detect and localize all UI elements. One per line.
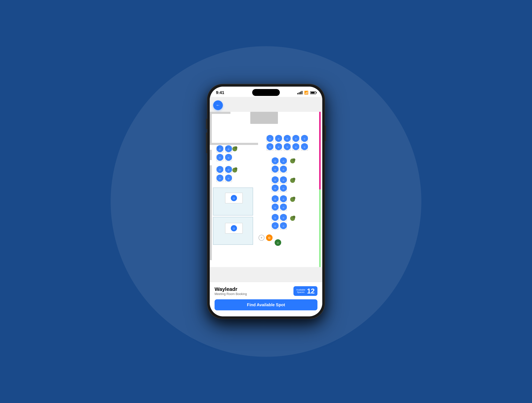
svg-text:☺: ☺ xyxy=(219,168,221,171)
svg-text:☺: ☺ xyxy=(277,241,279,244)
svg-text:☺: ☺ xyxy=(227,177,230,180)
phone-screen: 9:41 📶 ← xyxy=(210,87,322,316)
svg-text:☺: ☺ xyxy=(269,146,271,148)
battery-icon xyxy=(310,91,316,94)
floor-plan-map: ☺ ☺ O ☺ xyxy=(210,97,322,282)
svg-rect-6 xyxy=(210,112,230,114)
svg-text:☺: ☺ xyxy=(282,187,285,190)
svg-text:☺: ☺ xyxy=(282,168,285,171)
svg-text:☺: ☺ xyxy=(274,225,276,227)
svg-text:☺: ☺ xyxy=(227,168,230,171)
svg-rect-5 xyxy=(210,165,212,260)
svg-text:☺: ☺ xyxy=(219,156,221,159)
svg-text:☺: ☺ xyxy=(274,206,276,209)
svg-text:☺: ☺ xyxy=(282,160,285,162)
svg-text:☺: ☺ xyxy=(303,146,306,148)
app-info-row: Wayleadr Meeting Room Booking Available … xyxy=(215,286,317,296)
svg-point-54 xyxy=(234,167,237,170)
svg-text:☺: ☺ xyxy=(286,137,288,140)
svg-text:☺: ☺ xyxy=(274,198,276,200)
svg-point-39 xyxy=(234,146,237,149)
svg-text:☺: ☺ xyxy=(282,198,285,200)
spaces-label-line1: Available xyxy=(296,289,305,291)
svg-rect-7 xyxy=(210,143,258,145)
phone-frame: 9:41 📶 ← xyxy=(207,84,325,319)
phone-mockup: 9:41 📶 ← xyxy=(207,84,325,319)
svg-text:☺: ☺ xyxy=(274,187,276,190)
svg-rect-2 xyxy=(319,189,321,267)
svg-text:☺: ☺ xyxy=(274,216,276,219)
svg-text:☺: ☺ xyxy=(232,197,235,200)
svg-text:☺: ☺ xyxy=(274,160,276,162)
svg-text:☺: ☺ xyxy=(295,137,297,140)
svg-text:☺: ☺ xyxy=(274,168,276,171)
svg-text:☺: ☺ xyxy=(274,179,276,181)
svg-text:☺: ☺ xyxy=(282,216,285,219)
find-available-spot-button[interactable]: Find Available Spot xyxy=(215,299,317,310)
svg-text:☺: ☺ xyxy=(282,206,285,209)
spaces-label-block: Available Spaces xyxy=(296,289,305,294)
svg-text:☺: ☺ xyxy=(277,146,280,148)
svg-rect-3 xyxy=(210,112,212,143)
back-arrow-icon: ← xyxy=(216,102,220,108)
svg-rect-4 xyxy=(210,150,212,160)
svg-text:☺: ☺ xyxy=(282,225,285,227)
app-subtitle: Meeting Room Booking xyxy=(215,292,247,296)
svg-text:☺: ☺ xyxy=(295,146,297,148)
back-button[interactable]: ← xyxy=(213,100,223,110)
svg-point-126 xyxy=(293,197,295,199)
status-icons: 📶 xyxy=(298,91,316,95)
spaces-count: 12 xyxy=(307,288,315,294)
svg-text:☺: ☺ xyxy=(227,148,230,150)
app-name: Wayleadr xyxy=(215,286,247,292)
svg-text:☺: ☺ xyxy=(282,179,285,181)
app-info-left: Wayleadr Meeting Room Booking xyxy=(215,286,247,296)
svg-rect-8 xyxy=(250,112,278,124)
svg-text:☺: ☺ xyxy=(219,177,221,180)
floor-plan-svg: ☺ ☺ O ☺ xyxy=(210,97,322,282)
svg-text:☺: ☺ xyxy=(269,137,271,140)
svg-text:☺: ☺ xyxy=(232,227,235,230)
svg-text:O: O xyxy=(268,236,270,239)
svg-point-140 xyxy=(293,216,295,218)
dynamic-island xyxy=(252,89,280,96)
status-bar: 9:41 📶 xyxy=(210,87,322,97)
svg-point-112 xyxy=(293,178,295,180)
signal-icon xyxy=(298,91,302,94)
bottom-panel: Wayleadr Meeting Room Booking Available … xyxy=(210,282,322,316)
svg-text:☺: ☺ xyxy=(227,156,230,159)
svg-text:☺: ☺ xyxy=(286,146,288,148)
svg-point-98 xyxy=(293,158,295,161)
svg-rect-1 xyxy=(319,112,321,189)
spaces-badge: Available Spaces 12 xyxy=(293,286,317,296)
svg-text:☺: ☺ xyxy=(277,137,280,140)
spaces-label-line2: Spaces xyxy=(297,291,304,293)
status-time: 9:41 xyxy=(216,90,224,95)
svg-text:☺: ☺ xyxy=(219,148,221,150)
svg-text:☺: ☺ xyxy=(303,137,306,140)
wifi-icon: 📶 xyxy=(304,91,309,95)
